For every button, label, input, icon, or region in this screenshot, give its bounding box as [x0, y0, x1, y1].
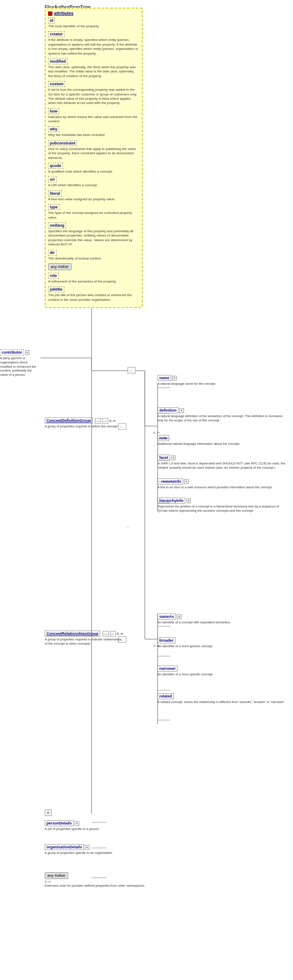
attr-id-desc: The local identifier of the property.: [48, 24, 139, 29]
rel-item-sameas: sameAs + An identifier of a concept with…: [158, 614, 285, 625]
right-name-desc: A natural language name for the concept.: [158, 382, 285, 386]
right-note-label-wrap: note: [158, 435, 285, 442]
right-def-expand[interactable]: +: [179, 408, 184, 413]
concept-definition-group: ConceptDefinitionGroup — — 0..∞ A group …: [45, 418, 119, 429]
attr-uri: uri A URI which identifies a concept.: [48, 176, 139, 187]
attr-any-other-label: any #other: [48, 263, 72, 270]
attr-creator-desc: If the attribute is empty, specifies whi…: [48, 38, 139, 56]
rel-sameas-expand[interactable]: +: [177, 614, 181, 619]
bottom-any-other-seq: 0..∞: [45, 880, 215, 884]
crg-seq-icon2: —: [110, 631, 116, 637]
right-facet-label: facet: [158, 455, 170, 461]
right-facet-expand[interactable]: +: [171, 455, 176, 460]
attr-role: role A refinement of the semantics of th…: [48, 273, 139, 284]
cdg-desc: A group of properties required to define…: [45, 424, 119, 429]
crg-desc: A group of properties required to indica…: [45, 637, 124, 646]
right-item-facet: facet + In NAR 1.8 and later, facet is d…: [158, 455, 285, 470]
right-remote-label: _remoteInfo: [158, 478, 183, 484]
right-name-label-wrap: name +: [158, 375, 285, 382]
bottom-connector: +: [45, 810, 215, 816]
rel-narrower-desc: An identifier of a more specific concept…: [158, 672, 285, 677]
bottom-any-other: any #other 0..∞ Extension slots for prov…: [45, 872, 215, 888]
bottom-person-label: personDetails: [45, 820, 74, 826]
attr-id-name: id: [48, 17, 55, 23]
right-hier-desc: Represents the position of a concept in …: [158, 504, 285, 513]
right-remote-label-wrap: _remoteInfo +: [158, 478, 285, 485]
right-remote-expand[interactable]: +: [184, 479, 189, 484]
attr-qcode: qcode A qualified code which identifies …: [48, 163, 139, 174]
attr-creator-name: creator: [48, 31, 65, 37]
rel-broader-label-wrap: broader: [158, 637, 285, 644]
svg-text:—: —: [129, 369, 132, 372]
right-def-label-wrap: definition +: [158, 407, 285, 414]
cdg-label: ConceptDefinitionGroup: [45, 418, 93, 424]
bottom-person-desc: A set of properties specific to a person: [45, 827, 215, 831]
bottom-person-label-wrap: personDetails +: [45, 820, 215, 827]
attr-xmllang-name: xmllang: [48, 222, 66, 228]
page-container: — — ··· —: [0, 0, 293, 17]
attr-modified: modified The date (and, optionally, the …: [48, 58, 139, 78]
attributes-title: attributes: [54, 11, 74, 16]
bottom-items: + personDetails + A set of properties sp…: [45, 810, 215, 892]
attr-how: how Indicates by which means the value w…: [48, 108, 139, 124]
attr-why-desc: Why the metadata has been included.: [48, 133, 139, 137]
bottom-org-label: organisationDetails: [45, 844, 84, 850]
rel-item-related: related A related concept, where the rel…: [158, 693, 285, 704]
bottom-any-other-desc: Extension slots for provider-defined pro…: [45, 884, 215, 888]
attr-pubconstraint: pubconstraint One or many constraints th…: [48, 140, 139, 160]
right-facet-label-wrap: facet +: [158, 455, 285, 461]
crg-seq-num: 0..∞: [117, 632, 123, 636]
crg-label: ConceptRelationshipsGroup: [45, 631, 100, 637]
attributes-icon: [48, 12, 52, 16]
right-item-hierarchyinfo: hierarchyInfo + Represents the position …: [158, 498, 285, 513]
cdg-label-wrap: ConceptDefinitionGroup — — 0..∞: [45, 418, 119, 424]
rel-sameas-label: sameAs: [158, 614, 176, 620]
right-items: name + A natural language name for the c…: [158, 375, 285, 519]
attr-id: id The local identifier of the property.: [48, 17, 139, 29]
attr-creator: creator If the attribute is empty, speci…: [48, 31, 139, 56]
attr-why-name: why: [48, 126, 59, 132]
rel-sameas-label-wrap: sameAs +: [158, 614, 285, 620]
attr-pubconstraint-desc: One or many constraints that apply to pu…: [48, 147, 139, 160]
rel-related-label: related: [158, 693, 174, 699]
rel-narrower-label-wrap: narrower: [158, 666, 285, 672]
right-remote-desc: A link to an item or a web resource whic…: [158, 485, 285, 490]
right-hier-expand[interactable]: +: [187, 499, 191, 503]
contributor-label-wrap: contributor +: [0, 349, 40, 356]
attr-literal-name: literal: [48, 190, 62, 196]
attr-dir-desc: The directionality of textual content.: [48, 257, 139, 261]
attr-qcode-desc: A qualified code which identifies a conc…: [48, 170, 139, 174]
bottom-person-expand[interactable]: +: [75, 821, 79, 826]
right-hier-label-wrap: hierarchyInfo +: [158, 498, 285, 504]
contributor-expand[interactable]: +: [25, 350, 30, 355]
attr-xmllang: xmllang Specifies the language of this p…: [48, 222, 139, 247]
attr-custom-desc: If set to true the corresponding propert…: [48, 88, 139, 106]
bottom-org-desc: A group of properties specific to an org…: [45, 851, 215, 855]
attr-dir: dir The directionality of textual conten…: [48, 250, 139, 261]
attr-jobtitle-name: jobtitle: [48, 286, 64, 292]
crg-label-wrap: ConceptRelationshipsGroup — — 0..∞: [45, 631, 124, 637]
cdg-seq-icon: —: [95, 418, 101, 424]
bottom-expand-btn[interactable]: +: [45, 810, 52, 816]
rel-related-desc: A related concept, where the relationshi…: [158, 700, 285, 704]
rel-related-label-wrap: related: [158, 693, 285, 700]
right-name-label: name: [158, 375, 171, 381]
relationship-items: sameAs + An identifier of a concept with…: [158, 614, 285, 710]
attr-why: why Why the metadata has been included.: [48, 126, 139, 137]
bottom-org-expand[interactable]: +: [85, 845, 89, 850]
attr-modified-desc: The date (and, optionally, the time) whe…: [48, 65, 139, 78]
svg-text:···: ···: [126, 524, 130, 530]
attr-any-other: any #other: [48, 263, 139, 270]
right-item-definition: definition + A natural language definiti…: [158, 407, 285, 423]
attr-custom-name: custom: [48, 81, 65, 87]
attr-type-name: type: [48, 204, 60, 210]
bottom-any-other-label: any #other: [45, 872, 68, 879]
right-name-expand[interactable]: +: [172, 376, 177, 380]
attr-role-desc: A refinement of the semantics of the pro…: [48, 280, 139, 284]
attr-pubconstraint-name: pubconstraint: [48, 140, 77, 146]
right-note-label: note: [158, 435, 169, 441]
attr-uri-desc: A URI which identifies a concept.: [48, 183, 139, 187]
bottom-org-label-wrap: organisationDetails +: [45, 844, 215, 851]
bottom-person-details: personDetails + A set of properties spec…: [45, 820, 215, 831]
cdg-seq-num: 0..∞: [109, 419, 116, 423]
